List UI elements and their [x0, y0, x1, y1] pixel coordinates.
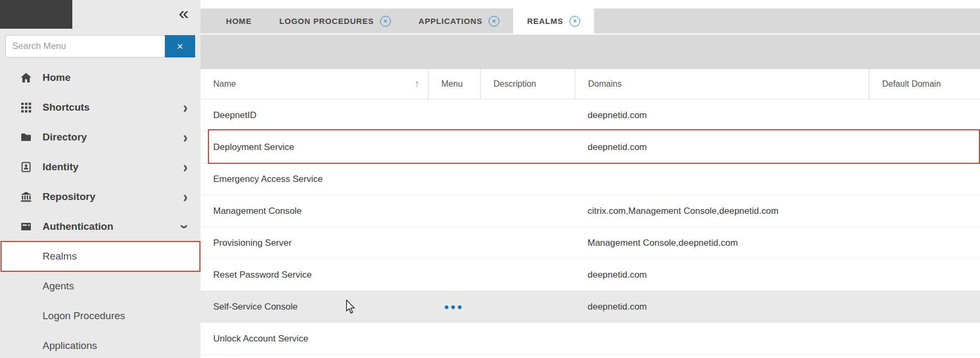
sidebar-item-identity[interactable]: Identity › [0, 152, 200, 182]
sidebar-item-label: Applications [43, 340, 97, 352]
folder-icon [19, 130, 33, 144]
home-icon [19, 71, 33, 85]
sidebar-item-label: Home [43, 72, 71, 84]
sidebar-item-shortcuts[interactable]: Shortcuts › [0, 93, 200, 122]
sidebar-item-label: Realms [43, 251, 77, 262]
cell-domains: deepnetid.com [575, 142, 869, 153]
close-tab-icon[interactable]: × [569, 16, 580, 27]
cell-name: DeepnetID [200, 110, 428, 121]
sidebar-header: « [0, 0, 200, 29]
sidebar-item-label: Logon Procedures [43, 310, 125, 322]
table-row[interactable]: Self-Service Console ••• deepnetid.com [200, 291, 980, 323]
sidebar-item-authentication[interactable]: Authentication › [0, 212, 200, 242]
chevron-right-icon: › [183, 99, 188, 115]
tab-label: REALMS [527, 16, 563, 26]
sidebar-item-label: Repository [43, 191, 95, 203]
sidebar-item-label: Shortcuts [43, 102, 90, 113]
realms-table: Name ↑ Menu Description Domains Default … [200, 69, 980, 355]
tab-realms[interactable]: REALMS × [513, 9, 594, 34]
cell-domains: citrix.com,Management Console,deepnetid.… [575, 206, 869, 217]
table-row[interactable]: Reset Password Service deepnetid.com [200, 259, 980, 291]
tabbar: HOME LOGON PROCEDURES × APPLICATIONS × R… [200, 9, 980, 34]
search-input[interactable] [5, 35, 165, 57]
clear-icon: × [177, 40, 183, 53]
chevron-down-icon: › [178, 224, 194, 229]
sidebar-item-logon-procedures[interactable]: Logon Procedures [0, 301, 200, 331]
sidebar-item-repository[interactable]: Repository › [0, 182, 200, 212]
bank-icon [19, 190, 33, 204]
column-header-menu[interactable]: Menu [428, 69, 480, 99]
cell-name: Deployment Service [200, 142, 428, 153]
chevron-right-icon: › [183, 129, 188, 145]
column-header-default-domain[interactable]: Default Domain [869, 69, 980, 99]
cell-name: Management Console [200, 206, 428, 217]
column-header-description[interactable]: Description [480, 69, 575, 99]
sidebar-item-label: Authentication [43, 221, 113, 232]
tab-label: HOME [226, 16, 252, 26]
collapse-sidebar-icon[interactable]: « [179, 1, 189, 24]
chevron-right-icon: › [183, 189, 188, 205]
column-label: Menu [441, 79, 463, 89]
cell-domains: Management Console,deepnetid.com [575, 238, 869, 248]
sidebar-item-applications[interactable]: Applications [0, 331, 200, 358]
tab-label: APPLICATIONS [418, 16, 482, 26]
tab-label: LOGON PROCEDURES [279, 16, 374, 26]
sidebar-item-realms[interactable]: Realms [0, 242, 200, 271]
sidebar-item-agents[interactable]: Agents [0, 271, 200, 301]
main-content: HOME LOGON PROCEDURES × APPLICATIONS × R… [200, 0, 980, 358]
column-label: Domains [588, 79, 622, 89]
cell-name: Unlock Account Service [200, 334, 428, 344]
column-label: Name [213, 79, 236, 89]
table-row[interactable]: Management Console citrix.com,Management… [200, 195, 980, 227]
table-row[interactable]: Provisioning Server Management Console,d… [200, 227, 980, 259]
auth-card-icon [19, 220, 33, 234]
top-strip [200, 0, 980, 9]
table-row[interactable]: DeepnetID deepnetid.com [200, 99, 980, 131]
cell-name: Emergency Access Service [200, 174, 428, 185]
column-header-domains[interactable]: Domains [575, 69, 869, 99]
sidebar-nav: Home Shortcuts › [0, 63, 200, 358]
table-header: Name ↑ Menu Description Domains Default … [200, 69, 980, 99]
tab-applications[interactable]: APPLICATIONS × [405, 9, 513, 34]
column-label: Default Domain [882, 79, 941, 89]
search-clear-button[interactable]: × [165, 35, 195, 57]
id-badge-icon [19, 160, 33, 174]
sidebar-item-home[interactable]: Home [0, 63, 200, 93]
sort-ascending-icon: ↑ [415, 78, 429, 90]
search-bar: × [5, 35, 195, 57]
cell-domains: deepnetid.com [575, 270, 869, 280]
sidebar-item-label: Identity [43, 161, 79, 173]
column-label: Description [493, 79, 536, 89]
cell-name: Provisioning Server [200, 238, 428, 248]
table-row[interactable]: Unlock Account Service [200, 323, 980, 355]
close-tab-icon[interactable]: × [489, 16, 499, 27]
close-tab-icon[interactable]: × [380, 16, 391, 27]
cell-name: Reset Password Service [200, 270, 428, 280]
screen: « × Home [0, 0, 980, 358]
toolbar [200, 34, 980, 69]
row-overflow-menu-icon[interactable]: ••• [428, 304, 480, 310]
sidebar-item-label: Directory [43, 131, 87, 143]
chevron-right-icon: › [183, 159, 188, 175]
sidebar-item-directory[interactable]: Directory › [0, 122, 200, 152]
tab-logon-procedures[interactable]: LOGON PROCEDURES × [265, 9, 405, 34]
table-row[interactable]: Deployment Service deepnetid.com [200, 131, 980, 163]
tab-home[interactable]: HOME [212, 9, 265, 34]
table-row[interactable]: Emergency Access Service [200, 163, 980, 195]
sidebar: « × Home [0, 0, 200, 358]
column-header-name[interactable]: Name ↑ [200, 69, 428, 99]
cell-domains: deepnetid.com [575, 110, 869, 121]
cell-name: Self-Service Console [200, 302, 428, 312]
grid-icon [19, 101, 33, 114]
logo-block [0, 0, 72, 29]
cell-domains: deepnetid.com [575, 302, 869, 312]
sidebar-item-label: Agents [43, 280, 74, 292]
